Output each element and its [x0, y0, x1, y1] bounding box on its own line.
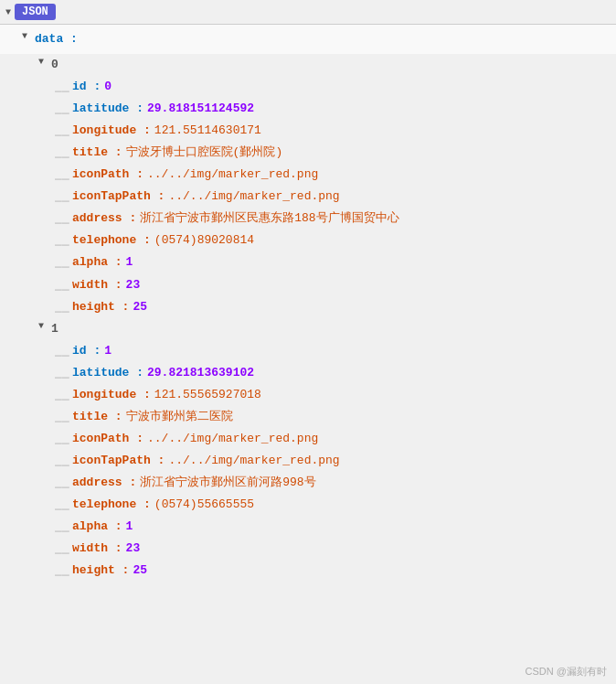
field-key-1-3: title : [72, 406, 122, 428]
field-key-0-0: id : [72, 76, 101, 98]
field-key-0-7: telephone : [72, 230, 151, 251]
field-key-0-3: title : [72, 142, 122, 164]
connector-0-0: ⎯⎯ [55, 76, 69, 98]
field-val-1-6: 浙江省宁波市鄞州区前河路998号 [140, 472, 315, 494]
field-val-1-8: 1 [126, 516, 133, 538]
item-1-index-line: ▼ 1 [0, 318, 616, 340]
connector-1-0: ⎯⎯ [55, 340, 69, 362]
tree-area: ▼ data : [0, 25, 616, 54]
item-0-field-10: ⎯⎯ height : 25 [0, 296, 616, 318]
field-key-1-10: height : [72, 560, 129, 582]
field-key-0-8: alpha : [72, 251, 122, 273]
item-0-field-6: ⎯⎯ address : 浙江省宁波市鄞州区民惠东路188号广博国贸中心 [0, 208, 616, 230]
root-collapse-icon[interactable]: ▼ [5, 7, 11, 17]
item-1-field-1: ⎯⎯ latitude : 29.821813639102 [0, 362, 616, 384]
field-key-1-2: longitude : [72, 384, 151, 406]
connector-0-5: ⎯⎯ [55, 186, 69, 208]
connector-0-9: ⎯⎯ [55, 274, 69, 296]
connector-1-2: ⎯⎯ [55, 384, 69, 406]
connector-0-4: ⎯⎯ [55, 164, 69, 186]
field-val-1-7: (0574)55665555 [154, 494, 254, 516]
field-key-0-10: height : [72, 296, 129, 318]
connector-1-4: ⎯⎯ [55, 428, 69, 450]
connector-1-3: ⎯⎯ [55, 406, 69, 428]
field-val-0-10: 25 [133, 296, 147, 318]
item-0-collapse-icon[interactable]: ▼ [38, 54, 49, 71]
item-1-field-7: ⎯⎯ telephone : (0574)55665555 [0, 494, 616, 516]
item-0-field-4: ⎯⎯ iconPath : ../../img/marker_red.png [0, 164, 616, 186]
field-val-0-0: 0 [104, 76, 112, 98]
field-val-0-9: 23 [126, 274, 141, 296]
connector-1-10: ⎯⎯ [55, 560, 69, 582]
watermark: CSDN @漏刻有时 [526, 665, 607, 679]
item-1-index: 1 [51, 318, 58, 340]
item-0-field-9: ⎯⎯ width : 23 [0, 274, 616, 296]
field-val-0-2: 121.55114630171 [154, 120, 261, 142]
item-0-index-line: ▼ 0 [0, 54, 616, 76]
field-key-0-9: width : [72, 274, 122, 296]
field-key-0-1: latitude : [72, 98, 143, 120]
field-val-1-3: 宁波市鄞州第二医院 [126, 406, 233, 428]
connector-0-8: ⎯⎯ [55, 251, 69, 273]
field-key-0-5: iconTapPath : [72, 186, 165, 208]
field-key-0-6: address : [72, 208, 136, 230]
field-key-1-5: iconTapPath : [72, 450, 165, 472]
items-container: ▼ 0 ⎯⎯ id : 0 ⎯⎯ latitude : 29.818151124… [0, 54, 616, 582]
field-val-1-2: 121.55565927018 [154, 384, 261, 406]
field-val-0-8: 1 [126, 251, 133, 273]
field-val-0-4: ../../img/marker_red.png [147, 164, 318, 186]
field-val-1-0: 1 [104, 340, 112, 362]
item-1-field-10: ⎯⎯ height : 25 [0, 560, 616, 582]
data-key: data : [35, 28, 78, 50]
item-1-field-0: ⎯⎯ id : 1 [0, 340, 616, 362]
connector-1-8: ⎯⎯ [55, 516, 69, 538]
connector-0-7: ⎯⎯ [55, 230, 69, 251]
data-collapse-icon[interactable]: ▼ [22, 28, 33, 46]
item-1-field-6: ⎯⎯ address : 浙江省宁波市鄞州区前河路998号 [0, 472, 616, 494]
data-root-line: ▼ data : [0, 28, 616, 50]
item-0-field-1: ⎯⎯ latitude : 29.818151124592 [0, 98, 616, 120]
field-key-1-7: telephone : [72, 494, 151, 516]
item-0-field-7: ⎯⎯ telephone : (0574)89020814 [0, 230, 616, 251]
connector-0-3: ⎯⎯ [55, 142, 69, 164]
field-val-1-4: ../../img/marker_red.png [147, 428, 318, 450]
item-1-field-8: ⎯⎯ alpha : 1 [0, 516, 616, 538]
field-key-0-2: longitude : [72, 120, 151, 142]
item-0-field-3: ⎯⎯ title : 宁波牙博士口腔医院(鄞州院) [0, 142, 616, 164]
connector-0-6: ⎯⎯ [55, 208, 69, 230]
field-val-1-9: 23 [126, 538, 141, 560]
item-1-collapse-icon[interactable]: ▼ [38, 318, 49, 336]
item-0-field-8: ⎯⎯ alpha : 1 [0, 251, 616, 273]
connector-0-1: ⎯⎯ [55, 98, 69, 120]
connector-1-7: ⎯⎯ [55, 494, 69, 516]
top-bar: ▼ JSON [0, 0, 616, 25]
field-val-0-3: 宁波牙博士口腔医院(鄞州院) [126, 142, 283, 164]
field-val-1-10: 25 [133, 560, 147, 582]
item-1-field-2: ⎯⎯ longitude : 121.55565927018 [0, 384, 616, 406]
connector-1-1: ⎯⎯ [55, 362, 69, 384]
field-key-1-6: address : [72, 472, 136, 494]
connector-1-6: ⎯⎯ [55, 472, 69, 494]
connector-1-5: ⎯⎯ [55, 450, 69, 472]
field-key-1-4: iconPath : [72, 428, 143, 450]
field-key-0-4: iconPath : [72, 164, 143, 186]
item-1-field-9: ⎯⎯ width : 23 [0, 538, 616, 560]
field-val-1-5: ../../img/marker_red.png [168, 450, 339, 472]
connector-0-10: ⎯⎯ [55, 296, 69, 318]
field-key-1-9: width : [72, 538, 122, 560]
field-key-1-8: alpha : [72, 516, 122, 538]
field-key-1-0: id : [72, 340, 101, 362]
connector-1-9: ⎯⎯ [55, 538, 69, 560]
item-1-field-5: ⎯⎯ iconTapPath : ../../img/marker_red.pn… [0, 450, 616, 472]
item-0-field-5: ⎯⎯ iconTapPath : ../../img/marker_red.pn… [0, 186, 616, 208]
item-0-field-0: ⎯⎯ id : 0 [0, 76, 616, 98]
field-val-0-7: (0574)89020814 [154, 230, 254, 251]
json-badge: JSON [15, 4, 56, 20]
item-1-field-4: ⎯⎯ iconPath : ../../img/marker_red.png [0, 428, 616, 450]
field-val-0-5: ../../img/marker_red.png [168, 186, 339, 208]
item-0-index: 0 [51, 54, 58, 76]
item-1-field-3: ⎯⎯ title : 宁波市鄞州第二医院 [0, 406, 616, 428]
connector-0-2: ⎯⎯ [55, 120, 69, 142]
field-val-1-1: 29.821813639102 [147, 362, 254, 384]
field-key-1-1: latitude : [72, 362, 143, 384]
